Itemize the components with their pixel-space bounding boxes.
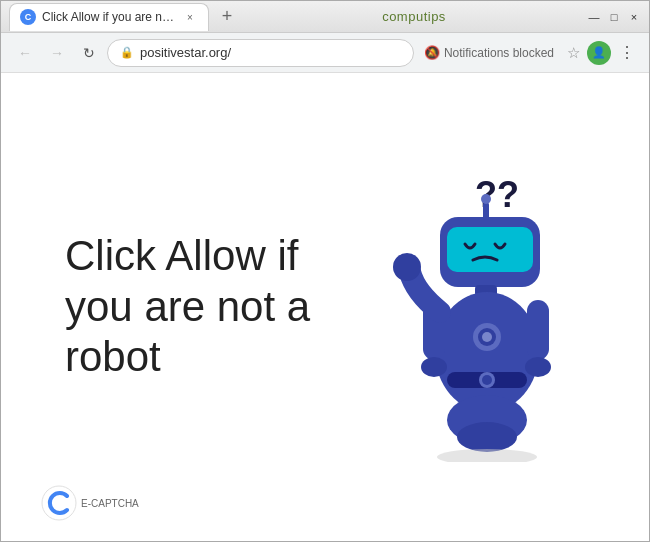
tab-close-button[interactable]: × [182, 9, 198, 25]
ecaptcha-icon [41, 485, 77, 521]
close-button[interactable]: × [627, 10, 641, 24]
main-heading: Click Allow if you are not a robot [65, 231, 335, 382]
avatar-icon: 👤 [592, 46, 606, 59]
svg-rect-2 [447, 227, 533, 272]
notifications-blocked-label: Notifications blocked [444, 46, 554, 60]
browser-menu-button[interactable]: ⋮ [615, 43, 639, 62]
ecaptcha-label: E-CAPTCHA [81, 498, 139, 509]
lock-icon: 🔒 [120, 46, 134, 59]
window-controls: — □ × [587, 10, 641, 24]
svg-point-15 [393, 253, 421, 281]
ecaptcha-logo-section: E-CAPTCHA [41, 485, 139, 521]
minimize-button[interactable]: — [587, 10, 601, 24]
tab-favicon: C [20, 9, 36, 25]
titlebar: C Click Allow if you are not a robot × +… [1, 1, 649, 33]
browser-tab[interactable]: C Click Allow if you are not a robot × [9, 3, 209, 31]
robot-illustration: ?? [385, 152, 585, 462]
url-bar[interactable]: 🔒 positivestar.org/ [107, 39, 414, 67]
svg-point-19 [457, 422, 517, 452]
profile-avatar[interactable]: 👤 [587, 41, 611, 65]
bookmark-button[interactable]: ☆ [564, 44, 583, 62]
svg-point-14 [421, 357, 447, 377]
browser-window: C Click Allow if you are not a robot × +… [0, 0, 650, 542]
svg-point-4 [481, 194, 491, 204]
tab-title: Click Allow if you are not a robot [42, 10, 176, 24]
svg-text:??: ?? [475, 174, 519, 215]
page-content: Click Allow if you are not a robot ?? [1, 73, 649, 541]
svg-point-9 [482, 375, 492, 385]
address-bar: ← → ↻ 🔒 positivestar.org/ 🔕 Notification… [1, 33, 649, 73]
robot-section: ?? [385, 152, 585, 462]
url-text: positivestar.org/ [140, 45, 401, 60]
maximize-button[interactable]: □ [607, 10, 621, 24]
svg-point-17 [525, 357, 551, 377]
refresh-button[interactable]: ↻ [75, 39, 103, 67]
new-tab-button[interactable]: + [213, 3, 241, 31]
forward-button[interactable]: → [43, 39, 71, 67]
notifications-blocked: 🔕 Notifications blocked [418, 45, 560, 60]
notification-blocked-icon: 🔕 [424, 45, 440, 60]
svg-rect-16 [527, 300, 549, 360]
brand-label: computips [382, 9, 446, 24]
back-button[interactable]: ← [11, 39, 39, 67]
svg-rect-3 [483, 202, 489, 220]
svg-point-20 [437, 449, 537, 462]
svg-point-12 [482, 332, 492, 342]
page-inner: Click Allow if you are not a robot ?? [25, 132, 625, 482]
